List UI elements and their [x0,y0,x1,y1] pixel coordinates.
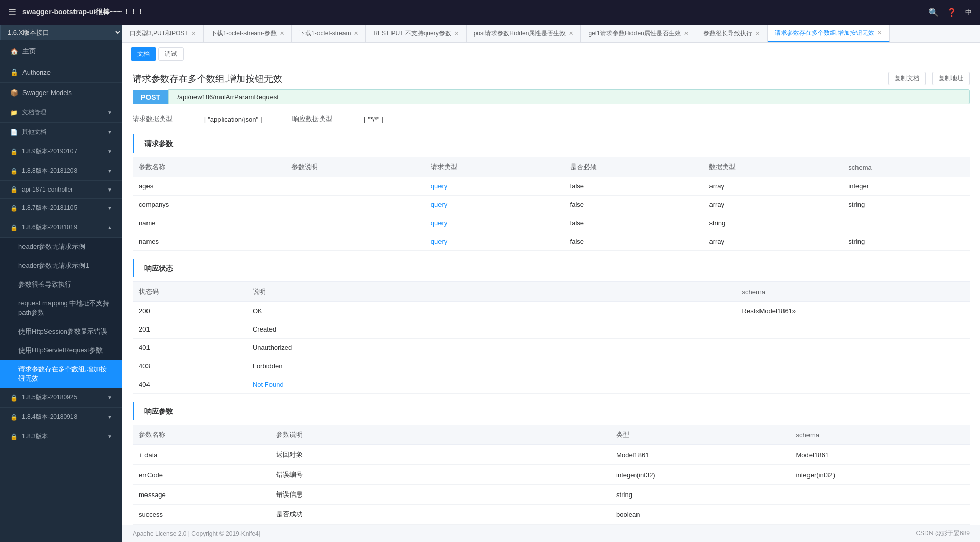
col-status-desc: 说明 [247,282,430,302]
type-link-ages[interactable]: query [431,182,448,190]
doc-tab-btn-debug[interactable]: 调试 [158,47,184,61]
sidebar-group-other-docs-header[interactable]: 📄 其他文档 ▼ [0,123,122,142]
tab-rest-put-label: REST PUT 不支持query参数 [373,29,451,38]
sidebar-group-v189-header[interactable]: 🔒 1.8.9版本-20190107 ▼ [0,142,122,161]
sidebar-group-v187: 🔒 1.8.7版本-20181105 ▼ [0,199,122,218]
tab-octet[interactable]: 下载1-octet-stream ✕ [292,25,366,42]
tab-multi-arr-param[interactable]: 请求参数存在多个数组,增加按钮无效 ✕ [768,25,890,42]
param-type-name: query [425,214,564,232]
col-data-type: 数据类型 [703,157,842,177]
menu-icon[interactable]: ☰ [8,7,16,18]
sidebar-group-v186-header[interactable]: 🔒 1.8.6版本-20181019 ▲ [0,218,122,238]
sidebar-group-v187-header[interactable]: 🔒 1.8.7版本-20181105 ▼ [0,199,122,218]
tab-octet-param-close[interactable]: ✕ [280,30,284,37]
group-doc-manage-label: 文档管理 [22,108,46,117]
resp-name-success: success [133,505,270,525]
sidebar: 1.6.X版本接口 🏠 主页 🔒 Authorize 📦 Swagger Mod… [0,25,122,542]
status-link-404[interactable]: Not Found [253,381,284,388]
tab-params-long-exec-close[interactable]: ✕ [755,30,760,37]
type-link-name[interactable]: query [431,219,448,227]
doc-tab-btn-doc[interactable]: 文档 [131,47,156,61]
sidebar-sub-item-http-servlet[interactable]: 使用HttpServletRequest参数 [0,341,122,360]
resp-desc-message: 错误信息 [270,485,406,505]
doc-icon: 📄 [10,129,18,136]
resp-empty-message [406,485,610,505]
sidebar-sub-item-params-long[interactable]: 参数很长导致执行 [0,275,122,294]
copy-doc-btn[interactable]: 复制文档 [888,72,926,85]
lang-btn[interactable]: 中 [965,8,972,17]
type-link-names[interactable]: query [431,238,448,245]
response-data-type-label: 响应数据类型 [292,114,354,124]
status-desc-401: Unauthorized [247,339,430,357]
content-types-row: 请求数据类型 [ "application/json" ] 响应数据类型 [ "… [133,110,970,128]
response-status-section: 响应状态 状态码 说明 schema 200 [122,259,980,394]
tab-put-post-close[interactable]: ✕ [191,30,196,37]
sidebar-sub-item-header-no-req1[interactable]: header参数无请求示例1 [0,256,122,275]
sidebar-sub-item-request-mapping[interactable]: request mapping 中地址不支持path参数 [0,294,122,322]
param-type-companys: query [425,196,564,214]
status-empty-403 [430,357,736,375]
tab-post-hidden[interactable]: post请求参数Hidden属性是否生效 ✕ [467,25,581,42]
sidebar-sub-item-header-no-req[interactable]: header参数无请求示例 [0,238,122,256]
table-row: companys query false array string [133,196,970,214]
request-data-type-label: 请求数据类型 [133,114,194,124]
sidebar-item-home[interactable]: 🏠 主页 [0,40,122,62]
table-row: 201 Created [133,320,970,339]
resp-type-errcode: integer(int32) [610,465,790,485]
sidebar-sub-item-http-session[interactable]: 使用HttpSession参数显示错误 [0,322,122,341]
param-desc-names [285,232,425,251]
resp-desc-success: 是否成功 [270,505,406,525]
tab-multi-arr-param-close[interactable]: ✕ [877,30,882,36]
resp-empty-success [406,505,610,525]
col-status-empty [430,282,736,302]
sidebar-sub-item-multi-arr-param[interactable]: 请求参数存在多个数组,增加按钮无效 [0,360,122,388]
tab-rest-put[interactable]: REST PUT 不支持query参数 ✕ [366,25,466,42]
response-status-title: 响应状态 [133,259,980,277]
sidebar-item-authorize[interactable]: 🔒 Authorize [0,62,122,83]
status-code-200: 200 [133,302,247,320]
table-row: errCode 错误编号 integer(int32) integer(int3… [133,465,970,485]
sidebar-item-swagger-models[interactable]: 📦 Swagger Models [0,83,122,103]
group-v188-label: 1.8.8版本-20181208 [22,167,77,175]
col-required: 是否必须 [564,157,703,177]
sidebar-group-doc-manage-header[interactable]: 📁 文档管理 ▼ [0,103,122,123]
tab-get1-hidden-close[interactable]: ✕ [684,30,689,37]
lock-icon-api1871: 🔒 [10,186,18,193]
tab-get1-hidden[interactable]: get1请求参数Hidden属性是否生效 ✕ [581,25,696,42]
status-schema-201 [736,320,970,339]
footer-right: CSDN @彭于晏689 [916,529,970,538]
sidebar-group-v183-header[interactable]: 🔒 1.8.3版本 ▼ [0,427,122,446]
lock-icon-v189: 🔒 [10,148,18,155]
tab-params-long-exec[interactable]: 参数很长导致执行 ✕ [696,25,768,42]
help-icon[interactable]: ❓ [947,8,957,17]
resp-schema-data: Model1861 [790,445,970,465]
tab-post-hidden-label: post请求参数Hidden属性是否生效 [474,29,566,38]
doc-title-area: 请求参数存在多个数组,增加按钮无效 复制文档 复制地址 [122,65,980,89]
response-data-type-value: [ "*/*" ] [364,115,383,123]
search-icon[interactable]: 🔍 [928,8,939,17]
status-code-201: 201 [133,320,247,339]
param-schema-name [842,214,970,232]
status-schema-401 [736,339,970,357]
home-icon: 🏠 [10,48,18,55]
tab-octet-param[interactable]: 下载1-octet-stream-参数 ✕ [204,25,292,42]
col-resp-desc: 参数说明 [270,425,406,445]
sidebar-group-v185-header[interactable]: 🔒 1.8.5版本-20180925 ▼ [0,388,122,408]
resp-empty-errcode [406,465,610,485]
tab-octet-close[interactable]: ✕ [354,30,358,37]
copy-addr-btn[interactable]: 复制地址 [932,72,970,85]
type-link-companys[interactable]: query [431,201,448,208]
tab-post-hidden-close[interactable]: ✕ [569,30,573,37]
response-params-table: 参数名称 参数说明 类型 schema + data 返回对象 [133,425,970,525]
lock-icon-v185: 🔒 [10,394,18,402]
param-name-companys: companys [133,196,285,214]
param-name-ages: ages [133,177,285,196]
sidebar-group-v188-header[interactable]: 🔒 1.8.8版本-20181208 ▼ [0,161,122,181]
tab-rest-put-close[interactable]: ✕ [454,30,459,37]
version-select[interactable]: 1.6.X版本接口 [0,25,122,40]
sidebar-group-v184-header[interactable]: 🔒 1.8.4版本-20180918 ▼ [0,408,122,427]
sidebar-group-api1871-header[interactable]: 🔒 api-1871-controller ▼ [0,181,122,199]
resp-schema-errcode: integer(int32) [790,465,970,485]
tab-put-post[interactable]: 口类型3,PUT和POST ✕ [122,25,204,42]
param-desc-ages [285,177,425,196]
